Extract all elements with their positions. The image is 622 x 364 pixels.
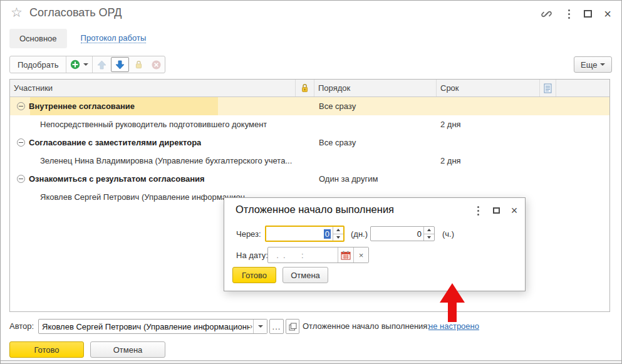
link-icon[interactable] — [539, 7, 553, 21]
deferred-start-link[interactable]: не настроено — [428, 321, 479, 331]
author-label: Автор: — [9, 321, 34, 331]
col-participants[interactable]: Участники — [10, 80, 296, 96]
window-bottom-strip — [1, 361, 621, 364]
date-input[interactable]: . . : × — [267, 247, 369, 263]
dialog-cancel-button[interactable]: Отмена — [282, 267, 328, 283]
more-actions-button[interactable]: Еще — [574, 56, 612, 73]
delete-button[interactable] — [147, 56, 165, 73]
order-cell[interactable]: Все сразу — [314, 97, 437, 115]
participant-label: Непосредственный руководитель подготовив… — [40, 120, 267, 129]
dialog-buttons: Готово Отмена — [224, 267, 525, 284]
table-header-row: Участники Порядок Срок — [10, 80, 609, 97]
author-open-button[interactable] — [286, 319, 299, 334]
cancel-button[interactable]: Отмена — [90, 341, 165, 358]
tab-bar: Основное Протокол работы — [9, 28, 146, 48]
close-icon[interactable]: × — [601, 7, 614, 21]
date-row: На дату: . . : × — [224, 247, 525, 263]
calendar-button[interactable] — [338, 247, 353, 263]
col-description[interactable] — [540, 80, 556, 96]
participant-cell[interactable]: Непосредственный руководитель подготовив… — [10, 115, 314, 133]
hours-stepper[interactable] — [423, 227, 434, 241]
stepper-down-icon[interactable] — [333, 234, 343, 241]
col-filler — [556, 80, 609, 96]
dialog-title: Отложенное начало выполнения — [236, 204, 394, 216]
footer-buttons: Готово Отмена — [1, 341, 621, 359]
move-down-button[interactable] — [111, 57, 129, 72]
add-plus-icon — [70, 60, 80, 70]
table-row[interactable]: Непосредственный руководитель подготовив… — [10, 115, 609, 133]
table-row[interactable]: Внутреннее согласование Все сразу — [10, 97, 609, 115]
col-lock[interactable] — [296, 80, 314, 96]
calendar-icon — [341, 251, 351, 260]
author-choose-button[interactable]: ... — [269, 319, 284, 334]
add-dropdown-caret-icon — [83, 63, 88, 66]
arrow-down-icon — [115, 60, 125, 70]
move-up-button[interactable] — [93, 56, 110, 73]
term-cell[interactable] — [437, 133, 540, 152]
term-cell[interactable]: 2 дня — [437, 115, 540, 133]
author-value[interactable]: Яковлев Сергей Петрович (Управление инфо… — [39, 320, 250, 333]
done-button[interactable]: Готово — [9, 341, 84, 358]
title-bar: ☆ Согласовать ОРД × — [1, 1, 621, 26]
term-cell[interactable]: 2 дня — [437, 152, 540, 170]
order-cell[interactable]: Все сразу — [314, 133, 437, 152]
annotation-arrow-up — [438, 283, 466, 323]
hours-input[interactable]: 0 — [370, 226, 435, 241]
vertical-dots-icon — [568, 9, 570, 19]
more-caret-icon — [600, 63, 605, 66]
participant-cell[interactable]: Зеленец Нина Владимировна (Управление бу… — [10, 152, 314, 170]
window-title: Согласовать ОРД — [29, 6, 122, 19]
maximize-icon[interactable] — [581, 7, 594, 21]
lock-button[interactable] — [130, 56, 147, 73]
order-cell[interactable] — [314, 152, 437, 170]
deferred-start-label: Отложенное начало выполнения: — [303, 321, 430, 331]
order-cell[interactable] — [314, 115, 437, 133]
date-placeholder[interactable]: . . : — [268, 247, 338, 263]
col-term[interactable]: Срок — [437, 80, 540, 96]
table-row[interactable]: Согласование с заместителями директора В… — [10, 133, 609, 152]
command-bar: Подобрать — [9, 56, 165, 73]
order-cell[interactable]: Один за другим — [314, 170, 437, 188]
pick-button[interactable]: Подобрать — [10, 56, 66, 73]
table-body: Внутреннее согласование Все сразу Непоср… — [10, 97, 609, 206]
clear-date-button[interactable]: × — [353, 247, 368, 263]
participant-cell[interactable]: Ознакомиться с результатом согласования — [10, 170, 314, 188]
days-input[interactable]: 0 — [265, 226, 345, 242]
favorite-star-icon[interactable]: ☆ — [11, 5, 23, 20]
term-cell[interactable] — [437, 97, 540, 115]
stepper-up-icon[interactable] — [333, 227, 343, 234]
add-button[interactable] — [66, 56, 93, 73]
dialog-done-button[interactable]: Готово — [232, 267, 276, 283]
tab-work-protocol[interactable]: Протокол работы — [81, 33, 147, 43]
participant-label: Яковлев Сергей Петрович (Управление инфо… — [40, 192, 245, 202]
arrow-up-icon — [97, 60, 106, 70]
table-row[interactable]: Ознакомиться с результатом согласования … — [10, 170, 609, 188]
term-cell[interactable] — [437, 170, 540, 188]
table-row[interactable]: Зеленец Нина Владимировна (Управление бу… — [10, 152, 609, 170]
days-stepper[interactable] — [333, 227, 343, 241]
participant-label: Зеленец Нина Владимировна (Управление бу… — [40, 156, 292, 165]
stepper-down-icon[interactable] — [424, 234, 434, 241]
participant-label: Внутреннее согласование — [29, 101, 135, 111]
days-unit-label: (дн.) — [351, 229, 368, 239]
chevron-down-icon — [258, 325, 263, 328]
collapse-expander-icon[interactable] — [17, 175, 25, 183]
hours-value: 0 — [417, 229, 422, 239]
hours-unit-label: (ч.) — [442, 229, 454, 239]
collapse-expander-icon[interactable] — [17, 102, 25, 110]
dialog-more-menu-icon[interactable] — [472, 205, 484, 216]
dialog-maximize-icon[interactable] — [490, 205, 502, 216]
participant-cell[interactable]: Внутреннее согласование — [10, 97, 314, 115]
collapse-expander-icon[interactable] — [17, 138, 25, 147]
author-field[interactable]: Яковлев Сергей Петрович (Управление инфо… — [38, 319, 267, 334]
dialog-close-icon[interactable]: × — [508, 205, 521, 216]
document-icon — [544, 83, 552, 93]
more-menu-icon[interactable] — [562, 7, 576, 21]
stepper-up-icon[interactable] — [424, 227, 434, 234]
days-value: 0 — [324, 229, 331, 239]
participant-cell[interactable]: Согласование с заместителями директора — [10, 133, 314, 152]
col-order[interactable]: Порядок — [314, 80, 437, 96]
author-dropdown-button[interactable] — [253, 320, 267, 333]
participant-label: Согласование с заместителями директора — [29, 138, 201, 147]
tab-main[interactable]: Основное — [9, 29, 67, 48]
